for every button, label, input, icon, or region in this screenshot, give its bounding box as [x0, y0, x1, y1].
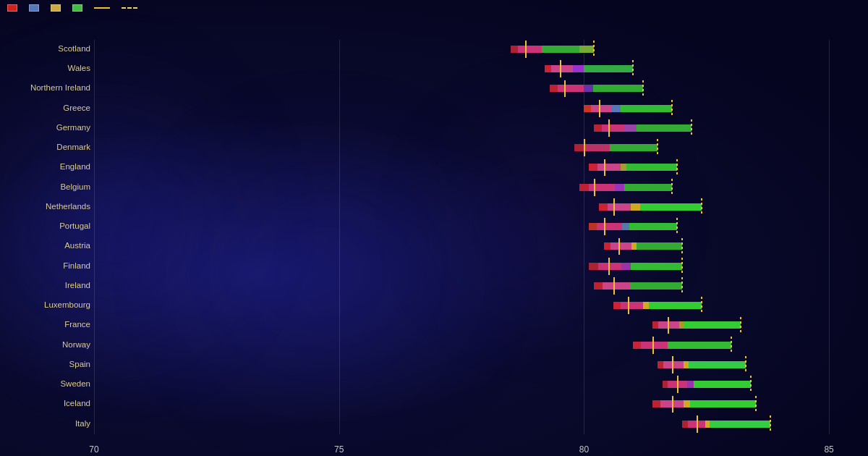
bar-segment	[584, 144, 610, 151]
bar-segment	[558, 85, 584, 92]
le2019-marker	[632, 60, 634, 77]
bar-segment	[663, 381, 668, 388]
legend-area	[0, 0, 868, 16]
le2019-marker	[755, 396, 757, 413]
bar-segment	[621, 263, 631, 270]
le2011-marker	[677, 376, 678, 393]
le2011-marker	[672, 356, 673, 373]
country-label-netherlands: Netherlands	[4, 202, 90, 211]
bar-segment	[621, 164, 626, 171]
bar-segment	[621, 105, 672, 112]
le2019-marker	[681, 258, 683, 275]
legend-other	[51, 4, 64, 12]
country-label-italy: Italy	[4, 419, 90, 428]
le2011-marker	[628, 297, 629, 314]
le2019-marker	[671, 179, 673, 196]
bar-segment	[668, 342, 731, 349]
bar-segment	[545, 65, 551, 72]
bar-segment	[625, 124, 637, 132]
bar-segment	[593, 85, 642, 92]
bar-segment	[637, 124, 692, 132]
bar-segment	[584, 85, 593, 92]
bar-segment	[603, 282, 630, 290]
bar-segment	[633, 342, 641, 349]
bar-segment	[550, 85, 558, 92]
bar-segment	[589, 184, 615, 191]
bar-segment	[551, 65, 573, 72]
bar-segment	[630, 282, 682, 290]
xaxis-label-70: 70	[89, 444, 98, 455]
le2019-marker	[770, 415, 771, 433]
bar-segment	[584, 65, 633, 72]
country-label-france: France	[4, 320, 90, 329]
xaxis-label-75: 75	[334, 444, 344, 455]
bar-segment	[622, 223, 629, 230]
bar-segment	[637, 242, 682, 250]
bar-segment	[589, 164, 597, 171]
le2019-marker	[671, 100, 673, 117]
legend-le2011	[94, 7, 113, 9]
bar-segment	[629, 223, 678, 230]
bar-segment	[684, 361, 688, 368]
legend-selfharm	[72, 4, 85, 12]
country-label-wales: Wales	[4, 64, 90, 72]
bar-segment	[694, 381, 750, 388]
legend-digestive	[29, 4, 42, 12]
bar-segment	[579, 184, 589, 191]
bar-segment	[658, 361, 663, 368]
bar-segment	[615, 184, 624, 191]
country-label-sweden: Sweden	[4, 379, 90, 388]
country-label-northern-ireland: Northern Ireland	[4, 83, 90, 92]
bar-segment	[689, 361, 746, 368]
bar-segment	[599, 203, 608, 211]
bar-segment	[688, 421, 706, 428]
bar-segment	[589, 223, 597, 230]
le2019-marker	[701, 297, 702, 314]
bar-segment	[687, 381, 694, 388]
country-label-spain: Spain	[4, 360, 90, 368]
bar-segment	[584, 105, 591, 112]
bar-segment	[640, 203, 702, 211]
country-label-greece: Greece	[4, 104, 90, 112]
bar-segment	[579, 46, 594, 53]
country-label-denmark: Denmark	[4, 143, 90, 151]
bar-segment	[652, 321, 658, 329]
le2011-marker	[618, 238, 620, 256]
bar-segment	[684, 321, 741, 329]
le2019-marker	[750, 376, 752, 393]
bar-segment	[626, 164, 677, 171]
country-label-iceland: Iceland	[4, 399, 90, 408]
bar-segment	[682, 421, 688, 428]
le2019-marker	[593, 41, 595, 58]
xaxis-label-85: 85	[824, 444, 833, 455]
bar-segment	[611, 105, 621, 112]
bar-segment	[641, 342, 668, 349]
bar-segment	[631, 263, 682, 270]
le2011-marker	[672, 396, 673, 413]
le2019-marker	[676, 159, 678, 177]
le2011-marker	[613, 277, 615, 295]
bar-segment	[710, 421, 770, 428]
bar-segment	[511, 46, 518, 53]
bar-segment	[604, 242, 611, 250]
bar-segment	[597, 223, 622, 230]
le2011-marker	[604, 218, 605, 235]
legend-transport	[7, 4, 20, 12]
le2011-marker	[560, 60, 561, 77]
bar-segment	[610, 242, 631, 250]
le2019-marker	[701, 198, 702, 216]
bar-segment	[643, 302, 649, 309]
le2011-marker	[668, 317, 669, 334]
bar-segment	[660, 400, 684, 408]
bar-segment	[652, 400, 660, 408]
bar-segment	[594, 124, 602, 132]
le2019-marker	[681, 238, 683, 256]
le2019-marker	[657, 139, 658, 156]
bar-segment	[649, 302, 702, 309]
country-label-ireland: Ireland	[4, 281, 90, 290]
bar-segment	[679, 321, 684, 329]
le2011-marker	[613, 198, 615, 216]
bar-segment	[690, 400, 755, 408]
bar-segment	[573, 65, 584, 72]
le2019-marker	[642, 80, 644, 98]
